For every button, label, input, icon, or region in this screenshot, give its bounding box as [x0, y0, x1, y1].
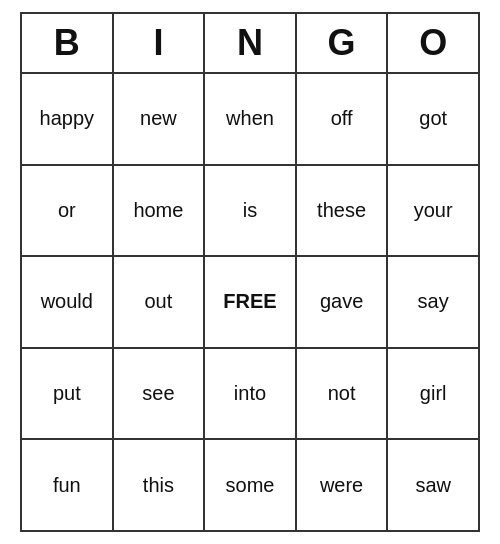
bingo-row-0: happynewwhenoffgot: [22, 74, 478, 166]
bingo-cell-2-0: would: [22, 257, 114, 347]
bingo-cell-4-1: this: [114, 440, 206, 530]
bingo-cell-1-2: is: [205, 166, 297, 256]
bingo-cell-0-3: off: [297, 74, 389, 164]
bingo-row-3: putseeintonotgirl: [22, 349, 478, 441]
bingo-cell-0-2: when: [205, 74, 297, 164]
bingo-cell-4-0: fun: [22, 440, 114, 530]
bingo-cell-3-4: girl: [388, 349, 478, 439]
bingo-cell-4-3: were: [297, 440, 389, 530]
bingo-cell-3-1: see: [114, 349, 206, 439]
bingo-row-4: funthissomeweresaw: [22, 440, 478, 530]
bingo-cell-3-0: put: [22, 349, 114, 439]
bingo-cell-0-0: happy: [22, 74, 114, 164]
header-cell-i: I: [114, 14, 206, 72]
bingo-header: BINGO: [22, 14, 478, 74]
bingo-cell-2-4: say: [388, 257, 478, 347]
bingo-cell-2-2: FREE: [205, 257, 297, 347]
header-cell-n: N: [205, 14, 297, 72]
bingo-cell-1-0: or: [22, 166, 114, 256]
bingo-row-2: wouldoutFREEgavesay: [22, 257, 478, 349]
bingo-cell-0-4: got: [388, 74, 478, 164]
header-cell-b: B: [22, 14, 114, 72]
bingo-cell-1-3: these: [297, 166, 389, 256]
bingo-card: BINGO happynewwhenoffgotorhomeistheseyou…: [20, 12, 480, 532]
header-cell-o: O: [388, 14, 478, 72]
bingo-row-1: orhomeistheseyour: [22, 166, 478, 258]
bingo-cell-0-1: new: [114, 74, 206, 164]
bingo-cell-1-1: home: [114, 166, 206, 256]
bingo-cell-3-2: into: [205, 349, 297, 439]
bingo-body: happynewwhenoffgotorhomeistheseyourwould…: [22, 74, 478, 530]
bingo-cell-2-1: out: [114, 257, 206, 347]
bingo-cell-3-3: not: [297, 349, 389, 439]
header-cell-g: G: [297, 14, 389, 72]
bingo-cell-2-3: gave: [297, 257, 389, 347]
bingo-cell-1-4: your: [388, 166, 478, 256]
bingo-cell-4-2: some: [205, 440, 297, 530]
bingo-cell-4-4: saw: [388, 440, 478, 530]
